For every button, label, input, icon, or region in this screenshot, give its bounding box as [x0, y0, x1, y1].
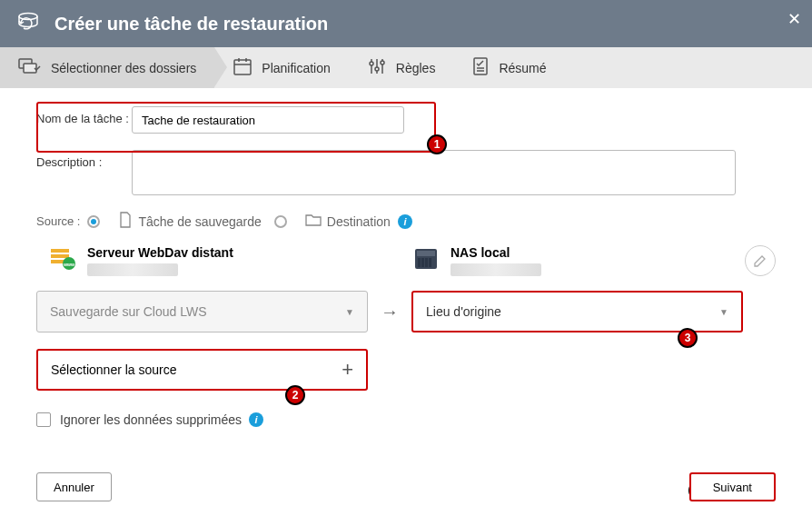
tab-select-folders[interactable]: Sélectionner des dossiers — [0, 47, 214, 88]
source-label: Source : — [36, 214, 80, 228]
document-check-icon — [471, 56, 490, 79]
description-label: Description : — [36, 150, 132, 169]
svg-rect-25 — [425, 258, 428, 267]
ignore-deleted-checkbox[interactable] — [36, 412, 51, 427]
next-button[interactable]: Suivant — [689, 472, 776, 501]
annotation-badge-2: 2 — [285, 385, 305, 405]
source-device-address — [87, 263, 178, 276]
target-device-address — [451, 263, 541, 276]
svg-rect-26 — [429, 258, 431, 267]
chevron-down-icon: ▼ — [719, 307, 728, 317]
annotation-badge-3: 3 — [678, 328, 698, 348]
backup-select-value: Sauvegarde sur Cloud LWS — [50, 304, 207, 319]
task-name-label: Nom de la tâche : — [36, 106, 132, 125]
selects-row: Sauvegarde sur Cloud LWS ▼ → Lieu d'orig… — [36, 291, 776, 332]
tab-summary[interactable]: Résumé — [453, 47, 564, 88]
svg-text:www: www — [63, 262, 74, 267]
nas-icon — [412, 245, 440, 273]
devices-row: www Serveur WebDav distant NAS local — [36, 245, 776, 276]
tab-rules[interactable]: Règles — [349, 47, 454, 88]
folders-icon — [18, 56, 42, 79]
svg-point-10 — [370, 62, 373, 65]
info-icon[interactable]: i — [249, 412, 263, 427]
destination-select-value: Lieu d'origine — [426, 304, 501, 319]
svg-rect-23 — [418, 258, 421, 267]
svg-point-11 — [375, 67, 379, 71]
backup-task-option: Tâche de sauvegarde — [138, 214, 261, 229]
svg-rect-3 — [234, 60, 251, 74]
source-device-name: Serveur WebDav distant — [87, 245, 412, 260]
folder-icon — [305, 213, 322, 230]
svg-point-12 — [381, 61, 384, 64]
description-input[interactable] — [132, 150, 736, 195]
source-device: www Serveur WebDav distant — [49, 245, 412, 276]
source-type-row: Source : Tâche de sauvegarde Destination… — [36, 212, 776, 231]
svg-rect-13 — [474, 58, 487, 74]
dialog-title: Créer une tâche de restauration — [54, 14, 328, 35]
tab-label: Règles — [396, 61, 436, 75]
document-icon — [118, 212, 133, 231]
calendar-icon — [233, 56, 253, 79]
tab-label: Résumé — [499, 61, 546, 75]
arrow-icon: → — [381, 302, 399, 322]
tab-label: Sélectionner des dossiers — [51, 61, 196, 75]
task-name-input[interactable] — [132, 106, 404, 134]
close-button[interactable]: ✕ — [787, 9, 801, 29]
target-device-name: NAS local — [451, 245, 745, 260]
chevron-down-icon: ▼ — [345, 307, 354, 317]
svg-rect-24 — [421, 258, 424, 267]
tab-label: Planification — [262, 61, 331, 75]
svg-rect-16 — [51, 249, 69, 253]
select-source-button[interactable]: Sélectionner la source + — [36, 349, 368, 391]
ignore-deleted-row: Ignorer les données supprimées i — [36, 412, 776, 427]
plus-icon: + — [342, 358, 353, 382]
restore-icon — [16, 12, 40, 35]
tab-schedule[interactable]: Planification — [214, 47, 349, 88]
webdav-icon: www — [49, 245, 76, 273]
info-icon[interactable]: i — [398, 214, 412, 229]
radio-backup-task[interactable] — [87, 215, 100, 228]
sliders-icon — [367, 56, 387, 79]
backup-select[interactable]: Sauvegarde sur Cloud LWS ▼ — [36, 291, 368, 332]
cancel-button[interactable]: Annuler — [36, 472, 112, 501]
select-source-label: Sélectionner la source — [51, 362, 177, 377]
dialog-footer: Annuler Suivant — [36, 472, 776, 501]
edit-target-button[interactable] — [745, 245, 776, 276]
svg-rect-22 — [417, 251, 435, 256]
radio-destination[interactable] — [274, 215, 287, 228]
target-device: NAS local — [412, 245, 776, 276]
dialog-header: Créer une tâche de restauration ✕ — [0, 0, 812, 47]
destination-select[interactable]: Lieu d'origine ▼ — [411, 291, 743, 332]
wizard-tabs: Sélectionner des dossiers Planification … — [0, 47, 812, 88]
form-content: Nom de la tâche : Description : Source :… — [0, 88, 812, 445]
annotation-badge-1: 1 — [427, 134, 447, 154]
svg-rect-2 — [24, 64, 36, 73]
destination-option: Destination — [327, 214, 391, 229]
svg-rect-17 — [51, 254, 69, 258]
ignore-deleted-label: Ignorer les données supprimées — [60, 412, 242, 427]
